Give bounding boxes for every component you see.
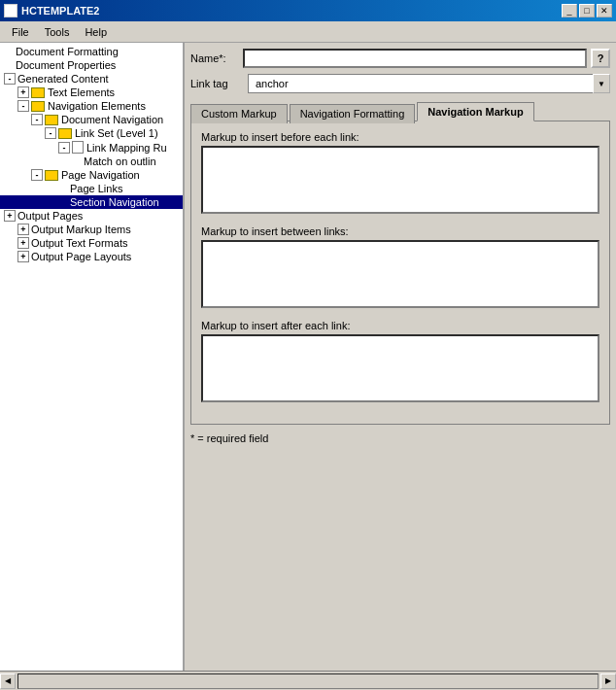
link-tag-dropdown-wrapper: anchor link a ▼ <box>248 74 610 93</box>
name-row: Name*: ? <box>190 49 610 68</box>
scroll-right-button[interactable]: ▶ <box>600 673 616 689</box>
name-label: Name*: <box>190 52 239 64</box>
folder-icon-linkset <box>58 128 72 139</box>
horizontal-scrollbar[interactable] <box>17 673 599 689</box>
after-links-input[interactable] <box>201 334 599 402</box>
between-links-input[interactable] <box>201 240 599 308</box>
tree-item-link-set[interactable]: - Link Set (Level 1) <box>0 126 183 140</box>
name-input[interactable] <box>243 49 587 68</box>
expand-text-elements[interactable]: + <box>17 86 29 98</box>
app-icon <box>4 4 17 17</box>
folder-icon-docnav <box>45 115 58 125</box>
window-title: HCTEMPLATE2 <box>21 5 99 17</box>
close-button[interactable]: ✕ <box>597 4 612 17</box>
right-panel: Name*: ? Link tag anchor link a ▼ Custom… <box>185 43 616 671</box>
tab-navigation-markup[interactable]: Navigation Markup <box>417 102 533 121</box>
expand-page-nav[interactable]: - <box>31 169 43 181</box>
expand-output-pages[interactable]: + <box>4 210 16 222</box>
expand-link-mapping[interactable]: - <box>58 142 70 154</box>
titlebar-title: HCTEMPLATE2 <box>4 4 99 17</box>
tree-item-page-navigation[interactable]: - Page Navigation <box>0 168 183 182</box>
tree-item-output-pages[interactable]: + Output Pages <box>0 209 183 223</box>
field-group-between-links: Markup to insert between links: <box>201 225 599 310</box>
tab-navigation-formatting[interactable]: Navigation Formatting <box>290 104 416 123</box>
doc-icon-linkmapping <box>72 141 84 154</box>
scroll-left-button[interactable]: ◀ <box>0 673 16 689</box>
maximize-button[interactable]: □ <box>579 4 595 17</box>
titlebar-buttons: _ □ ✕ <box>562 4 612 17</box>
tab-content-navigation-markup: Markup to insert before each link: Marku… <box>190 121 610 425</box>
expand-link-set[interactable]: - <box>45 127 56 139</box>
between-links-label: Markup to insert between links: <box>201 225 599 237</box>
menu-tools[interactable]: Tools <box>37 24 78 40</box>
titlebar: HCTEMPLATE2 _ □ ✕ <box>0 0 616 21</box>
after-links-label: Markup to insert after each link: <box>201 320 599 331</box>
menu-file[interactable]: File <box>4 24 37 40</box>
tab-custom-markup[interactable]: Custom Markup <box>190 104 288 123</box>
before-links-label: Markup to insert before each link: <box>201 131 599 143</box>
tab-bar: Custom Markup Navigation Formatting Navi… <box>190 101 610 121</box>
tree-item-generated-content[interactable]: - Generated Content <box>0 72 183 86</box>
expand-output-layouts[interactable]: + <box>17 251 29 262</box>
tree-item-doc-navigation[interactable]: - Document Navigation <box>0 113 183 126</box>
expand-generated-content[interactable]: - <box>4 73 16 85</box>
link-tag-select[interactable]: anchor link a <box>248 74 610 93</box>
tree-item-output-markup-items[interactable]: + Output Markup Items <box>0 223 183 236</box>
minimize-button[interactable]: _ <box>562 4 577 17</box>
required-note: * = required field <box>190 432 610 444</box>
help-button[interactable]: ? <box>591 49 610 68</box>
folder-icon-pagenav <box>45 170 58 181</box>
tree-item-page-links[interactable]: Page Links <box>0 182 183 195</box>
tree-item-link-mapping[interactable]: - Link Mapping Ru <box>0 140 183 155</box>
menubar: File Tools Help <box>0 21 616 43</box>
field-group-after-links: Markup to insert after each link: <box>201 320 599 404</box>
before-links-input[interactable] <box>201 146 599 214</box>
tree-item-output-text-formats[interactable]: + Output Text Formats <box>0 236 183 250</box>
expand-doc-nav[interactable]: - <box>31 114 43 125</box>
left-panel-tree: Document Formatting Document Properties … <box>0 43 185 671</box>
link-tag-label: Link tag <box>190 78 244 89</box>
tree-item-output-page-layouts[interactable]: + Output Page Layouts <box>0 250 183 263</box>
folder-icon <box>31 87 45 98</box>
main-container: Document Formatting Document Properties … <box>0 43 616 671</box>
tree-item-doc-formatting[interactable]: Document Formatting <box>0 45 183 58</box>
tree-item-navigation-elements[interactable]: - Navigation Elements <box>0 99 183 113</box>
tree-item-doc-properties[interactable]: Document Properties <box>0 58 183 72</box>
tree-item-text-elements[interactable]: + Text Elements <box>0 86 183 99</box>
folder-icon-nav <box>31 101 45 112</box>
expand-output-text[interactable]: + <box>17 237 29 249</box>
expand-output-markup[interactable]: + <box>17 224 29 235</box>
bottom-bar: ◀ ▶ <box>0 671 616 690</box>
tree-item-section-navigation[interactable]: Section Navigation <box>0 195 183 209</box>
menu-help[interactable]: Help <box>77 24 115 40</box>
field-group-before-links: Markup to insert before each link: <box>201 131 599 216</box>
link-tag-row: Link tag anchor link a ▼ <box>190 74 610 93</box>
expand-nav-elements[interactable]: - <box>17 100 29 112</box>
tree-item-match-outline[interactable]: Match on outlin <box>0 155 183 168</box>
